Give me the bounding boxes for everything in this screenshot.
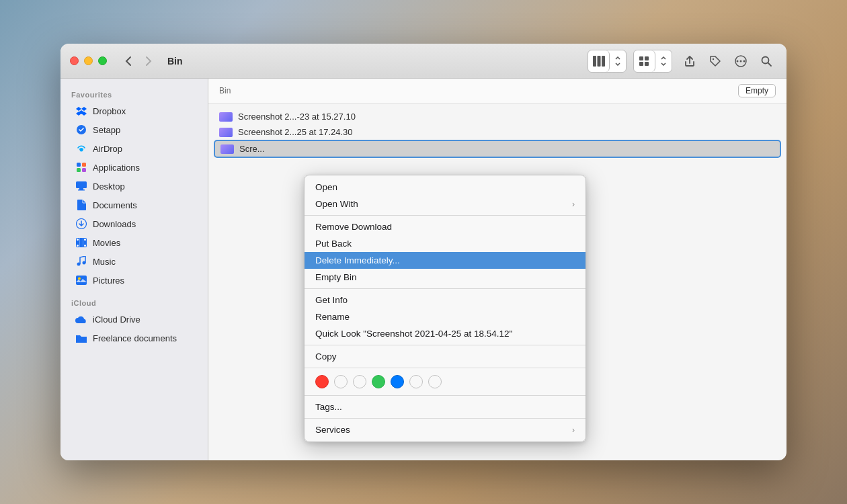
- grid-toggle-button[interactable]: [655, 50, 672, 72]
- ctx-separator: [305, 215, 586, 216]
- downloads-icon: [75, 218, 87, 230]
- ctx-services[interactable]: Services ›: [305, 421, 586, 438]
- empty-button[interactable]: Empty: [738, 84, 776, 97]
- sidebar-item-setapp[interactable]: Setapp: [65, 120, 204, 139]
- svg-point-25: [77, 239, 79, 241]
- grid-view-button[interactable]: [634, 50, 655, 72]
- back-button[interactable]: [120, 53, 136, 69]
- svg-rect-3: [639, 56, 643, 60]
- sidebar-item-applications[interactable]: Applications: [65, 158, 204, 177]
- ctx-quick-look[interactable]: Quick Look "Screenshot 2021-04-25 at 18.…: [305, 325, 586, 342]
- tag-blue[interactable]: [391, 375, 404, 388]
- submenu-arrow-icon: ›: [572, 200, 575, 209]
- ctx-open-with[interactable]: Open With ›: [305, 196, 586, 212]
- svg-point-26: [84, 239, 86, 241]
- applications-icon: [75, 161, 87, 173]
- ctx-open[interactable]: Open: [305, 179, 586, 196]
- svg-rect-17: [82, 163, 86, 167]
- desktop-icon: [75, 180, 87, 192]
- ctx-tags[interactable]: Tags...: [305, 398, 586, 415]
- sidebar-item-icloud-drive[interactable]: iCloud Drive: [65, 310, 204, 329]
- sidebar-item-pictures[interactable]: Pictures: [65, 271, 204, 290]
- svg-point-32: [83, 261, 86, 265]
- svg-rect-29: [79, 238, 80, 247]
- file-thumbnail-icon: [220, 144, 234, 154]
- svg-rect-6: [645, 62, 649, 66]
- ctx-separator: [305, 368, 586, 368]
- tag-empty1[interactable]: [334, 375, 348, 388]
- dropbox-icon: [75, 105, 87, 117]
- sidebar-item-music-label: Music: [93, 257, 116, 267]
- sidebar-item-dropbox[interactable]: Dropbox: [65, 101, 204, 120]
- ctx-get-info[interactable]: Get Info: [305, 292, 586, 308]
- ctx-rename[interactable]: Rename: [305, 308, 586, 325]
- tag-button[interactable]: [704, 50, 726, 72]
- ctx-delete-immediately[interactable]: Delete Immediately...: [305, 252, 586, 269]
- ctx-separator: [305, 288, 586, 289]
- tag-green[interactable]: [372, 375, 385, 388]
- sidebar-item-dropbox-label: Dropbox: [93, 106, 126, 116]
- svg-rect-18: [77, 168, 81, 172]
- ctx-tags-row: [305, 371, 586, 392]
- sidebar-item-documents[interactable]: Documents: [65, 196, 204, 214]
- icloud-drive-icon: [75, 313, 87, 325]
- favourites-label: Favourites: [61, 87, 208, 101]
- ctx-remove-download[interactable]: Remove Download: [305, 218, 586, 235]
- file-name: Scre...: [239, 144, 265, 154]
- close-button[interactable]: [70, 56, 79, 65]
- tag-empty4[interactable]: [428, 375, 442, 388]
- sidebar-item-desktop[interactable]: Desktop: [65, 177, 204, 196]
- file-item[interactable]: Screenshot 2...-23 at 15.27.10: [214, 109, 781, 124]
- tag-red[interactable]: [315, 375, 329, 388]
- svg-point-7: [713, 58, 714, 59]
- file-item[interactable]: Screenshot 2...25 at 17.24.30: [214, 124, 781, 140]
- svg-rect-4: [645, 56, 649, 60]
- file-list: Screenshot 2...-23 at 15.27.10 Screensho…: [208, 103, 787, 163]
- minimize-button[interactable]: [84, 56, 93, 65]
- sidebar-item-airdrop[interactable]: AirDrop: [65, 139, 204, 158]
- ctx-empty-bin[interactable]: Empty Bin: [305, 269, 586, 286]
- svg-rect-1: [597, 56, 600, 67]
- maximize-button[interactable]: [98, 56, 107, 65]
- traffic-lights: [70, 56, 107, 65]
- tag-empty3[interactable]: [409, 375, 423, 388]
- svg-line-13: [768, 62, 772, 66]
- svg-rect-2: [602, 56, 605, 67]
- file-thumbnail-icon: [219, 112, 233, 122]
- sidebar-item-movies[interactable]: Movies: [65, 233, 204, 252]
- finder-window: Bin: [61, 44, 787, 460]
- sidebar-item-airdrop-label: AirDrop: [93, 144, 122, 154]
- sidebar-item-icloud-drive-label: iCloud Drive: [93, 314, 140, 325]
- share-button[interactable]: [679, 50, 700, 72]
- ctx-separator: [305, 395, 586, 396]
- svg-rect-19: [82, 168, 86, 172]
- bin-title: Bin: [219, 86, 231, 95]
- sidebar-item-freelance-label: Freelance documents: [93, 333, 177, 343]
- svg-rect-33: [76, 276, 87, 285]
- more-button[interactable]: [730, 50, 752, 72]
- documents-icon: [75, 199, 87, 211]
- svg-point-27: [77, 245, 79, 247]
- ctx-put-back[interactable]: Put Back: [305, 235, 586, 252]
- submenu-arrow-icon: ›: [572, 425, 575, 435]
- forward-button[interactable]: [140, 53, 157, 69]
- sidebar-item-freelance[interactable]: Freelance documents: [65, 329, 204, 347]
- svg-point-34: [78, 278, 81, 280]
- file-name: Screenshot 2...-23 at 15.27.10: [238, 112, 356, 122]
- ctx-separator: [305, 345, 586, 345]
- pictures-icon: [75, 274, 87, 286]
- tag-empty2[interactable]: [353, 375, 366, 388]
- ctx-copy[interactable]: Copy: [305, 348, 586, 365]
- music-icon: [75, 255, 87, 267]
- sidebar-item-downloads[interactable]: Downloads: [65, 214, 204, 233]
- nav-buttons: [120, 53, 157, 69]
- sidebar-item-pictures-label: Pictures: [93, 276, 124, 286]
- view-toggle-button[interactable]: [610, 50, 626, 72]
- file-item-selected[interactable]: Scre...: [214, 140, 781, 158]
- svg-point-10: [743, 60, 745, 62]
- setapp-icon: [75, 124, 87, 136]
- search-button[interactable]: [756, 50, 777, 72]
- sidebar-item-applications-label: Applications: [93, 163, 140, 173]
- column-view-button[interactable]: [588, 50, 610, 72]
- sidebar-item-music[interactable]: Music: [65, 252, 204, 271]
